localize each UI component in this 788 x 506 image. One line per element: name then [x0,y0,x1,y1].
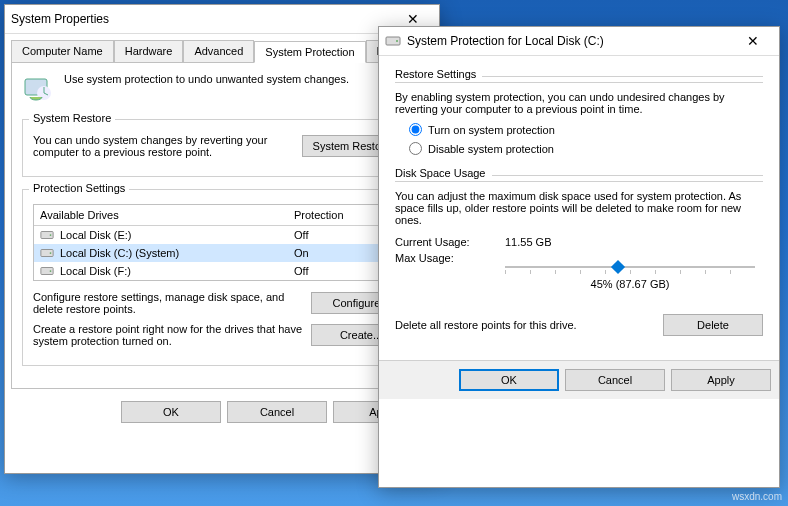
apply-button[interactable]: Apply [671,369,771,391]
tab-computer-name[interactable]: Computer Name [11,40,114,62]
max-usage-percent: 45% (87.67 GB) [505,278,755,290]
create-desc: Create a restore point right now for the… [33,323,303,347]
drive-icon [385,33,401,49]
intro-text: Use system protection to undo unwanted s… [64,73,349,105]
restore-settings-group: Restore Settings By enabling system prot… [395,68,763,155]
system-restore-group: System Restore You can undo system chang… [22,119,422,177]
titlebar[interactable]: System Protection for Local Disk (C:) ✕ [379,27,779,56]
drive-name: Local Disk (F:) [60,265,131,277]
configure-desc: Configure restore settings, manage disk … [33,291,303,315]
tab-system-protection[interactable]: System Protection [254,41,365,63]
tab-hardware[interactable]: Hardware [114,40,184,62]
disk-icon [40,264,54,278]
drive-row[interactable]: Local Disk (F:) Off [34,262,410,280]
radio-turn-on-input[interactable] [409,123,422,136]
tab-advanced[interactable]: Advanced [183,40,254,62]
cancel-button[interactable]: Cancel [227,401,327,423]
usage-desc: You can adjust the maximum disk space us… [395,190,763,226]
max-usage-slider[interactable] [505,258,755,276]
cancel-button[interactable]: Cancel [565,369,665,391]
radio-disable-input[interactable] [409,142,422,155]
radio-label: Turn on system protection [428,124,555,136]
current-usage-value: 11.55 GB [505,236,551,248]
delete-desc: Delete all restore points for this drive… [395,319,655,331]
protection-settings-group: Protection Settings Available Drives Pro… [22,189,422,366]
restore-desc: You can undo system changes by reverting… [33,134,294,158]
drive-row[interactable]: Local Disk (C:) (System) On [34,244,410,262]
titlebar[interactable]: System Properties ✕ [5,5,439,34]
group-legend: Disk Space Usage [395,167,486,179]
radio-disable[interactable]: Disable system protection [409,142,763,155]
svg-point-5 [50,252,52,254]
dialog-button-row: OK Cancel Apply [5,395,439,429]
window-title: System Protection for Local Disk (C:) [407,34,604,48]
col-drives: Available Drives [40,209,294,221]
current-usage-label: Current Usage: [395,236,485,248]
slider-thumb-icon[interactable] [613,258,623,276]
disk-icon [40,228,54,242]
svg-point-3 [50,234,52,236]
radio-turn-on[interactable]: Turn on system protection [409,123,763,136]
ok-button[interactable]: OK [121,401,221,423]
drive-name: Local Disk (C:) (System) [60,247,179,259]
drives-table: Available Drives Protection Local Disk (… [33,204,411,281]
system-protection-dialog: System Protection for Local Disk (C:) ✕ … [378,26,780,488]
drive-name: Local Disk (E:) [60,229,132,241]
group-legend: System Restore [29,112,115,124]
radio-label: Disable system protection [428,143,554,155]
drive-row[interactable]: Local Disk (E:) Off [34,226,410,244]
group-legend: Restore Settings [395,68,476,80]
delete-button[interactable]: Delete [663,314,763,336]
disk-icon [40,246,54,260]
system-properties-window: System Properties ✕ Computer Name Hardwa… [4,4,440,474]
max-usage-label: Max Usage: [395,252,485,264]
tab-strip: Computer Name Hardware Advanced System P… [5,34,439,62]
window-title: System Properties [11,12,109,26]
disk-space-usage-group: Disk Space Usage You can adjust the maxi… [395,167,763,336]
restore-desc: By enabling system protection, you can u… [395,91,763,115]
svg-point-9 [396,40,398,42]
ok-button[interactable]: OK [459,369,559,391]
protection-shield-icon [22,73,54,105]
tab-panel: Use system protection to undo unwanted s… [11,62,433,389]
close-icon[interactable]: ✕ [733,31,773,51]
watermark: wsxdn.com [732,491,782,502]
dialog-button-row: OK Cancel Apply [379,360,779,399]
svg-point-7 [50,270,52,272]
group-legend: Protection Settings [29,182,129,194]
